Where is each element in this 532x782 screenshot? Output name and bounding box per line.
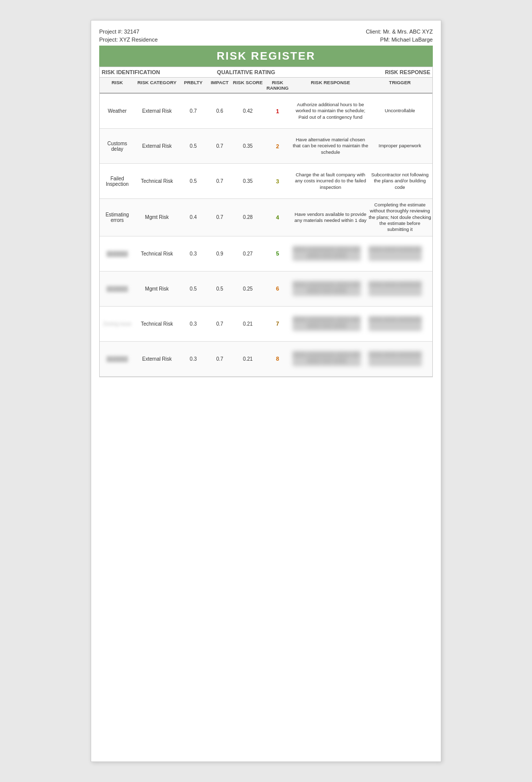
cell-ranking: 5	[262, 250, 292, 256]
cell-response: Have alternative material chosen that ca…	[293, 137, 369, 155]
cell-risk: ██████	[101, 286, 134, 292]
cell-score: 0.21	[233, 356, 262, 362]
cell-trigger: ████ ████ ███████	[369, 351, 431, 366]
section-qualitative-rating: QUALITATIVE RATING	[183, 69, 309, 75]
header-row-1: Project #: 32147 Client: Mr. & Mrs. ABC …	[99, 29, 433, 35]
cell-risk: Weather	[101, 108, 134, 114]
cell-response: Charge the at fault company with any cos…	[293, 172, 369, 190]
cell-ranking: 2	[262, 143, 292, 149]
cell-category: External Risk	[134, 108, 180, 114]
cell-ranking: 7	[262, 321, 292, 327]
cell-prblty: 0.4	[180, 214, 206, 220]
cell-trigger: Improper paperwork	[369, 143, 431, 149]
client-name: Client: Mr. & Mrs. ABC XYZ	[366, 29, 433, 35]
project-number: Project #: 32147	[99, 29, 139, 35]
cell-response: ████ ████████ ████ ███ ████ ███ ████	[293, 281, 369, 296]
cell-ranking: 6	[262, 286, 292, 292]
cell-score: 0.28	[233, 214, 262, 220]
cell-score: 0.25	[233, 286, 262, 292]
column-header-row: RISK RISK CATEGORY PRBLTY IMPACT RISK SC…	[100, 78, 432, 94]
table-row: Customs delay External Risk 0.5 0.7 0.35…	[100, 129, 432, 164]
cell-risk: Estimating errors	[101, 212, 134, 223]
cell-response: Authorize additional hours to be worked …	[293, 102, 369, 120]
section-risk-response: RISK RESPONSE	[309, 69, 432, 75]
cell-risk: ██████	[101, 356, 134, 362]
cell-prblty: 0.5	[180, 178, 206, 184]
cell-category: Mgmt Risk	[134, 214, 180, 220]
cell-risk: Zoning issue	[101, 321, 134, 327]
cell-risk: Customs delay	[101, 141, 134, 152]
col-header-prblty: PRBLTY	[180, 80, 206, 91]
table-row: Failed Inspection Technical Risk 0.5 0.7…	[100, 164, 432, 199]
cell-category: External Risk	[134, 143, 180, 149]
col-header-ranking: RISK RANKING	[262, 80, 292, 91]
page-title: RISK REGISTER	[99, 46, 433, 67]
col-header-score: RISK SCORE	[233, 80, 262, 91]
cell-impact: 0.9	[206, 251, 233, 256]
table-row: ██████ External Risk 0.3 0.7 0.21 8 ████…	[100, 342, 432, 377]
table-row: ██████ Technical Risk 0.3 0.9 0.27 5 ███…	[100, 236, 432, 272]
cell-score: 0.42	[233, 108, 262, 114]
col-header-category: RISK CATEGORY	[134, 80, 180, 91]
cell-category: Technical Risk	[134, 251, 180, 256]
cell-prblty: 0.5	[180, 286, 206, 292]
page: Project #: 32147 Client: Mr. & Mrs. ABC …	[91, 20, 441, 762]
cell-response: ████ ████████ ████ ███ ████ ███ ████	[293, 316, 369, 331]
col-header-response: RISK RESPONSE	[293, 80, 369, 91]
cell-response: ████ ████████ ████ ███ ████ ███ ████	[293, 351, 369, 366]
cell-prblty: 0.3	[180, 321, 206, 327]
cell-ranking: 8	[262, 356, 292, 362]
cell-trigger: Completing the estimate without thorough…	[369, 202, 431, 233]
cell-trigger: ████ ████ ███████	[369, 281, 431, 296]
cell-trigger: ████ ████ ███████	[369, 246, 431, 261]
cell-prblty: 0.3	[180, 356, 206, 362]
table-row: Zoning issue Technical Risk 0.3 0.7 0.21…	[100, 307, 432, 342]
cell-risk: Failed Inspection	[101, 176, 134, 187]
cell-score: 0.35	[233, 143, 262, 149]
cell-score: 0.27	[233, 251, 262, 256]
cell-impact: 0.7	[206, 143, 233, 149]
cell-prblty: 0.5	[180, 143, 206, 149]
cell-impact: 0.6	[206, 108, 233, 114]
cell-impact: 0.7	[206, 178, 233, 184]
col-header-impact: IMPACT	[206, 80, 233, 91]
cell-ranking: 1	[262, 108, 292, 114]
risk-register-table: RISK IDENTIFICATION QUALITATIVE RATING R…	[99, 67, 433, 377]
cell-ranking: 4	[262, 214, 292, 220]
table-row: Estimating errors Mgmt Risk 0.4 0.7 0.28…	[100, 199, 432, 236]
col-header-trigger: TRIGGER	[369, 80, 431, 91]
cell-response: ████ ████████ ████ ███ ████ ███ ████	[293, 246, 369, 261]
cell-trigger: Subcontractor not following the plans an…	[369, 172, 431, 190]
cell-score: 0.35	[233, 178, 262, 184]
cell-impact: 0.5	[206, 286, 233, 292]
table-body: Weather External Risk 0.7 0.6 0.42 1 Aut…	[100, 94, 432, 377]
cell-category: Mgmt Risk	[134, 286, 180, 292]
pm-name: PM: Michael LaBarge	[380, 37, 433, 43]
cell-response: Have vendors available to provide any ma…	[293, 211, 369, 224]
section-risk-identification: RISK IDENTIFICATION	[100, 69, 183, 75]
section-header-row: RISK IDENTIFICATION QUALITATIVE RATING R…	[100, 67, 432, 78]
table-row: ██████ Mgmt Risk 0.5 0.5 0.25 6 ████ ███…	[100, 272, 432, 307]
cell-prblty: 0.3	[180, 251, 206, 256]
cell-trigger: Uncontrollable	[369, 108, 431, 114]
cell-impact: 0.7	[206, 214, 233, 220]
cell-prblty: 0.7	[180, 108, 206, 114]
cell-score: 0.21	[233, 321, 262, 327]
project-name: Project: XYZ Residence	[99, 37, 158, 43]
header-row-2: Project: XYZ Residence PM: Michael LaBar…	[99, 37, 433, 43]
cell-risk: ██████	[101, 251, 134, 256]
table-row: Weather External Risk 0.7 0.6 0.42 1 Aut…	[100, 94, 432, 129]
cell-trigger: ████ ████ ███████	[369, 316, 431, 331]
cell-category: Technical Risk	[134, 321, 180, 327]
cell-ranking: 3	[262, 178, 292, 184]
cell-impact: 0.7	[206, 321, 233, 327]
col-header-risk: RISK	[101, 80, 134, 91]
cell-impact: 0.7	[206, 356, 233, 362]
cell-category: Technical Risk	[134, 178, 180, 184]
cell-category: External Risk	[134, 356, 180, 362]
